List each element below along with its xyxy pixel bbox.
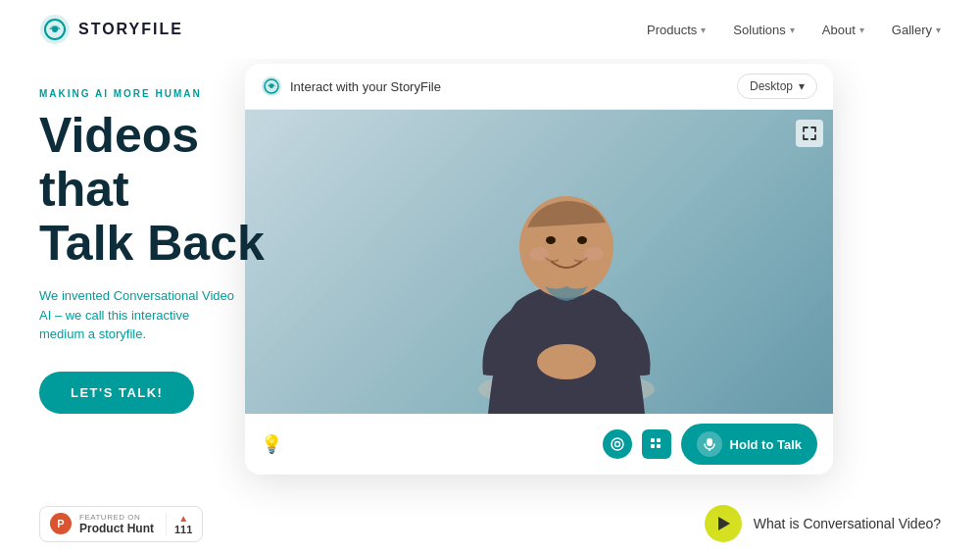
widget-header: Interact with your StoryFile Desktop ▾ xyxy=(245,64,833,110)
bulb-icon: 💡 xyxy=(261,433,282,455)
svg-rect-20 xyxy=(707,438,712,446)
hero-section: MAKING AI MORE HUMAN Videos that Talk Ba… xyxy=(0,69,980,414)
widget-desktop-button[interactable]: Desktop ▾ xyxy=(737,74,817,99)
widget-footer-left: 💡 xyxy=(261,433,282,455)
nav-links: Products ▾ Solutions ▾ About ▾ Gallery ▾ xyxy=(647,23,941,37)
storyfile-widget: Interact with your StoryFile Desktop ▾ xyxy=(245,64,833,475)
bottom-section: P FEATURED ON Product Hunt ▲ 111 What is… xyxy=(0,495,980,552)
logo-icon xyxy=(39,14,71,45)
navbar: STORYFILE Products ▾ Solutions ▾ About ▾… xyxy=(0,0,980,59)
svg-rect-18 xyxy=(651,444,655,448)
about-chevron-icon: ▾ xyxy=(859,25,864,35)
grid-control-button[interactable] xyxy=(642,429,671,459)
logo-text: STORYFILE xyxy=(78,21,183,38)
expand-button[interactable] xyxy=(796,120,823,147)
hold-to-talk-button[interactable]: Hold to Talk xyxy=(681,424,817,465)
nav-gallery[interactable]: Gallery ▾ xyxy=(892,23,941,37)
widget-footer: 💡 xyxy=(245,414,833,475)
svg-point-12 xyxy=(529,247,549,261)
mic-circle-icon xyxy=(697,431,722,457)
product-hunt-badge[interactable]: P FEATURED ON Product Hunt ▲ 111 xyxy=(39,506,203,542)
play-button[interactable] xyxy=(705,505,742,542)
cta-button[interactable]: LET'S TALK! xyxy=(39,372,194,414)
svg-rect-16 xyxy=(651,438,655,442)
upvote-arrow-icon: ▲ xyxy=(178,513,188,524)
headline: Videos that Talk Back xyxy=(39,109,333,271)
svg-point-11 xyxy=(577,236,587,244)
nav-about[interactable]: About ▾ xyxy=(822,23,864,37)
tagline: MAKING AI MORE HUMAN xyxy=(39,88,333,99)
svg-point-14 xyxy=(612,438,623,450)
widget-video-area xyxy=(245,110,833,414)
hero-subtext: We invented Conversational Video AI – we… xyxy=(39,286,235,344)
nav-solutions[interactable]: Solutions ▾ xyxy=(733,23,794,37)
conversational-video-label: What is Conversational Video? xyxy=(754,516,941,531)
target-control-button[interactable] xyxy=(603,429,632,459)
play-triangle-icon xyxy=(718,517,730,530)
solutions-chevron-icon: ▾ xyxy=(790,25,795,35)
svg-point-10 xyxy=(546,236,556,244)
product-hunt-count: ▲ 111 xyxy=(166,513,192,535)
gallery-chevron-icon: ▾ xyxy=(936,25,941,35)
svg-rect-17 xyxy=(657,438,661,442)
product-hunt-logo: P xyxy=(50,513,72,534)
desktop-chevron-icon: ▾ xyxy=(799,79,805,93)
hero-text: MAKING AI MORE HUMAN Videos that Talk Ba… xyxy=(39,69,333,414)
product-hunt-text: FEATURED ON Product Hunt xyxy=(79,513,154,535)
svg-rect-19 xyxy=(657,444,661,448)
products-chevron-icon: ▾ xyxy=(701,25,706,35)
widget-footer-controls: Hold to Talk xyxy=(603,424,817,465)
svg-point-15 xyxy=(614,442,619,447)
svg-point-7 xyxy=(537,344,596,379)
svg-point-2 xyxy=(52,26,58,32)
logo[interactable]: STORYFILE xyxy=(39,14,183,45)
nav-products[interactable]: Products ▾ xyxy=(647,23,706,37)
svg-point-13 xyxy=(584,247,604,261)
person-figure xyxy=(429,125,704,414)
conversational-video-section: What is Conversational Video? xyxy=(705,505,941,542)
